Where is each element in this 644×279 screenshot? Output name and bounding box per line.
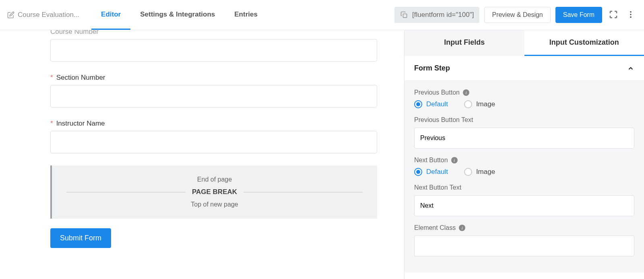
required-star: * [50,120,53,128]
shortcode-display[interactable]: [fluentform id="100"] [394,7,479,23]
label-instructor-name: * Instructor Name [50,120,377,128]
copy-icon [400,11,408,19]
field-course-number[interactable]: Course Number [50,30,377,62]
svg-point-2 [630,14,632,15]
shortcode-text: [fluentform id="100"] [412,11,474,19]
radio-next-default[interactable]: Default [414,168,448,176]
nav-tabs: Editor Settings & Integrations Entries [91,0,267,30]
label-previous-button: Previous Button i [414,89,634,96]
svg-rect-0 [403,14,407,18]
main-area: Course Number * Section Number * Instruc… [0,30,644,279]
form-title-breadcrumb[interactable]: Course Evaluation... [7,11,79,19]
save-form-button[interactable]: Save Form [555,7,602,23]
label-element-class: Element Class i [414,224,634,231]
page-break-element[interactable]: End of page PAGE BREAK Top of new page [50,165,377,219]
header-left: Course Evaluation... Editor Settings & I… [7,0,267,30]
radio-label-default: Default [426,100,448,108]
radio-unchecked-icon [464,168,472,176]
preview-button[interactable]: Preview & Design [484,7,550,23]
label-next-button-text: Next Button Text [414,184,634,191]
radio-unchecked-icon [464,100,472,108]
info-icon[interactable]: i [451,157,458,163]
input-section-number[interactable] [50,85,377,107]
chevron-up-icon [627,65,634,72]
form-title-text: Course Evaluation... [18,11,79,19]
panel-body-form-step: Previous Button i Default Image [405,81,644,273]
tab-editor[interactable]: Editor [91,0,130,30]
input-previous-button-text[interactable] [414,128,634,149]
option-previous-button-text: Previous Button Text [414,116,634,149]
input-instructor-name[interactable] [50,131,377,153]
panel-header-form-step[interactable]: Form Step [405,56,644,81]
radio-label-image: Image [476,168,495,176]
editor-canvas: Course Number * Section Number * Instruc… [0,30,404,279]
fullscreen-icon[interactable] [607,8,620,22]
sidebar-tab-input-fields[interactable]: Input Fields [405,30,524,56]
label-section-number: * Section Number [50,74,377,82]
submit-form-button[interactable]: Submit Form [50,228,111,248]
tab-entries[interactable]: Entries [225,0,267,30]
header-right: [fluentform id="100"] Preview & Design S… [394,7,637,23]
tab-settings[interactable]: Settings & Integrations [130,0,225,30]
info-icon[interactable]: i [463,89,469,96]
top-header: Course Evaluation... Editor Settings & I… [0,0,644,30]
option-next-button-text: Next Button Text [414,184,634,216]
radio-row-next: Default Image [414,168,634,176]
sidebar-tabs: Input Fields Input Customization [405,30,644,56]
radio-label-image: Image [476,100,495,108]
label-next-button: Next Button i [414,157,634,164]
label-section-number-text: Section Number [56,74,105,82]
page-break-divider: PAGE BREAK [60,188,369,196]
field-instructor-name[interactable]: * Instructor Name [50,120,377,153]
label-course-number-text: Course Number [50,30,99,36]
panel-title: Form Step [414,64,450,72]
radio-row-previous: Default Image [414,100,634,108]
input-course-number[interactable] [50,39,377,62]
input-element-class[interactable] [414,236,634,256]
radio-label-default: Default [426,168,448,176]
edit-icon [7,11,14,19]
svg-point-1 [630,11,632,12]
sidebar-tab-input-customization[interactable]: Input Customization [524,30,644,56]
radio-next-image[interactable]: Image [464,168,495,176]
option-element-class: Element Class i [414,224,634,256]
label-instructor-name-text: Instructor Name [56,120,105,128]
page-break-label: PAGE BREAK [192,188,237,196]
option-previous-button: Previous Button i Default Image [414,89,634,108]
svg-point-3 [630,16,632,18]
label-previous-button-text: Previous Button [414,89,460,96]
radio-checked-icon [414,100,422,108]
editor-inner: Course Number * Section Number * Instruc… [27,30,377,248]
field-section-number[interactable]: * Section Number [50,74,377,107]
input-next-button-text[interactable] [414,195,634,216]
info-icon[interactable]: i [459,225,465,231]
label-element-class-text: Element Class [414,224,456,231]
label-previous-button-text: Previous Button Text [414,116,634,124]
page-break-top-text: Top of new page [60,201,369,208]
right-sidebar: Input Fields Input Customization Form St… [404,30,644,279]
radio-checked-icon [414,168,422,176]
label-next-button-text: Next Button [414,157,448,164]
page-break-end-text: End of page [60,176,369,183]
required-star: * [50,74,53,82]
option-next-button: Next Button i Default Image [414,157,634,176]
sidebar-content: Form Step Previous Button i Default [405,56,644,279]
radio-previous-default[interactable]: Default [414,100,448,108]
label-course-number: Course Number [50,30,377,36]
more-menu-icon[interactable] [625,8,637,22]
radio-previous-image[interactable]: Image [464,100,495,108]
